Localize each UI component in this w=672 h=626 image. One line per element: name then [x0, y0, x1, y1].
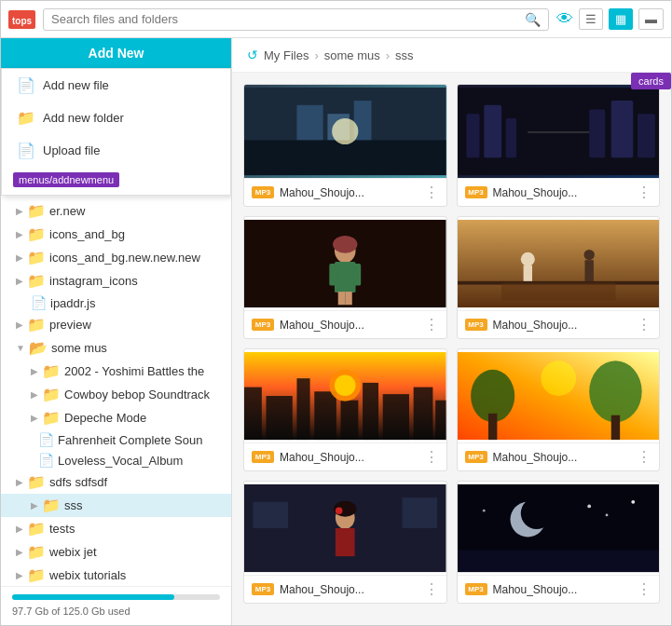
svg-rect-17: [329, 264, 336, 286]
svg-rect-52: [253, 502, 288, 528]
upload-file-item[interactable]: 📄 Upload file: [2, 134, 230, 167]
card-menu-4[interactable]: ⋮: [637, 316, 651, 333]
tree-item-er-new[interactable]: ▶ 📁 er.new: [1, 199, 231, 223]
svg-rect-24: [523, 265, 531, 283]
tree-item-sss[interactable]: ▶ 📁 sss: [1, 494, 231, 517]
card-menu-2[interactable]: ⋮: [637, 184, 651, 201]
svg-rect-36: [383, 394, 409, 440]
tree-item-preview[interactable]: ▶ 📁 preview: [1, 313, 231, 336]
tree-label: preview: [49, 318, 91, 332]
tree-item-tests[interactable]: ▶ 📁 tests: [1, 517, 231, 540]
add-new-folder-item[interactable]: 📁 Add new folder: [2, 102, 230, 134]
list-view-button[interactable]: ☰: [579, 8, 603, 30]
svg-rect-35: [363, 383, 378, 440]
card-thumbnail-8: [458, 482, 660, 575]
card-menu-3[interactable]: ⋮: [424, 316, 439, 333]
svg-rect-43: [487, 414, 496, 440]
upload-file-label: Upload file: [43, 143, 100, 157]
folder-icon: 📁: [42, 386, 61, 403]
breadcrumb-some-mus[interactable]: some mus: [324, 48, 380, 62]
card-thumbnail-3: [244, 217, 446, 310]
card-menu-5[interactable]: ⋮: [424, 448, 439, 466]
card-thumbnail-4: [458, 217, 660, 310]
other-view-button[interactable]: ▬: [638, 8, 664, 30]
eye-icon[interactable]: 👁: [556, 9, 573, 29]
thumb-svg-6: [458, 349, 660, 442]
toggle-icon: ▶: [16, 570, 23, 580]
tree-item-depeche-mode[interactable]: ▶ 📁 Depeche Mode: [1, 406, 231, 429]
search-input[interactable]: [51, 12, 525, 26]
card-footer-2: MP3 Mahou_Shoujo... ⋮: [458, 178, 660, 206]
tree-item-some-mus[interactable]: ▼ 📂 some mus: [1, 336, 231, 360]
add-new-button[interactable]: Add New: [1, 38, 231, 68]
card-menu-7[interactable]: ⋮: [424, 580, 439, 598]
file-icon: 📄: [31, 295, 47, 310]
svg-rect-32: [296, 378, 309, 440]
svg-rect-12: [637, 114, 654, 157]
svg-point-60: [482, 510, 485, 512]
breadcrumb-my-files[interactable]: My Files: [264, 48, 309, 62]
card-thumbnail-7: [244, 482, 446, 575]
toggle-icon: ▶: [16, 547, 23, 557]
storage-progress-bar: [12, 594, 220, 600]
cards-area: cards: [232, 73, 671, 625]
svg-rect-31: [267, 396, 293, 440]
card-menu-8[interactable]: ⋮: [637, 580, 651, 598]
tree-item-loveless[interactable]: 📄 Loveless_Vocal_Album: [1, 450, 231, 470]
svg-rect-53: [402, 497, 437, 528]
card-name-6: Mahou_Shoujo...: [493, 451, 632, 464]
thumb-svg-8: [458, 482, 660, 575]
tree-item-cowboy-bebop[interactable]: ▶ 📁 Cowboy bebop Soundtrack: [1, 383, 231, 406]
tree-item-webix-jet[interactable]: ▶ 📁 webix jet: [1, 540, 231, 564]
tree-item-2002-yoshimi[interactable]: ▶ 📁 2002 - Yoshimi Battles the: [1, 360, 231, 383]
toggle-icon: ▶: [16, 524, 23, 534]
card-menu-1[interactable]: ⋮: [424, 184, 439, 201]
tree-item-ipaddr[interactable]: 📄 ipaddr.js: [1, 293, 231, 313]
menu-badge: menus/addnewmenu: [13, 172, 119, 187]
card-file-type-7: MP3: [252, 583, 274, 595]
breadcrumb-sss[interactable]: sss: [395, 48, 414, 62]
folder-icon: 📁: [27, 202, 46, 220]
tree-item-icons-bg[interactable]: ▶ 📁 icons_and_bg: [1, 223, 231, 246]
tree-label: sdfs sdfsdf: [49, 475, 107, 489]
card-thumbnail-6: [458, 349, 660, 442]
grid-view-button[interactable]: ▦: [609, 8, 633, 30]
tree-label: webix jet: [49, 545, 97, 559]
svg-rect-4: [244, 140, 446, 175]
card-4: MP3 Mahou_Shoujo... ⋮: [457, 216, 661, 339]
tree-label: icons_and_bg.new.new.new: [49, 251, 200, 265]
tree-item-instagram[interactable]: ▶ 📁 instagram_icons: [1, 269, 231, 293]
tree-item-icons-bg-new[interactable]: ▶ 📁 icons_and_bg.new.new.new: [1, 246, 231, 269]
svg-rect-18: [354, 264, 362, 286]
folder-icon: 📁: [27, 520, 46, 538]
cards-badge: cards: [631, 73, 671, 89]
search-bar: 🔍: [43, 8, 549, 31]
toggle-icon: ▶: [31, 500, 38, 510]
tree-label: ipaddr.js: [50, 296, 95, 310]
add-new-file-item[interactable]: 📄 Add new file: [2, 69, 230, 102]
thumb-svg-5: [244, 349, 446, 442]
sidebar-content: Add New 📄 Add new file 📁 Add new folder …: [1, 38, 231, 586]
tree-item-fahrenheit[interactable]: 📄 Fahrenheit Complete Soun: [1, 429, 231, 450]
svg-rect-20: [345, 292, 352, 305]
tree-label: er.new: [49, 204, 85, 218]
card-name-2: Mahou_Shoujo...: [493, 186, 632, 199]
svg-rect-16: [335, 262, 356, 293]
add-new-file-label: Add new file: [43, 78, 109, 92]
refresh-icon[interactable]: ↺: [247, 48, 258, 62]
svg-rect-61: [458, 551, 660, 573]
tree-item-webix-tutorials[interactable]: ▶ 📁 webix tutorials: [1, 564, 231, 586]
card-menu-6[interactable]: ⋮: [637, 448, 651, 466]
logo-text: top: [12, 16, 27, 26]
file-tree: ▶ 📁 er.new ▶ 📁 icons_and_bg ▶ 📁 icons_an…: [1, 196, 231, 586]
tree-label: sss: [64, 498, 83, 512]
svg-rect-33: [314, 391, 336, 440]
thumb-svg-1: [244, 85, 446, 178]
card-name-1: Mahou_Shoujo...: [280, 186, 418, 199]
thumb-svg-2: [458, 85, 660, 178]
main-body: Add New 📄 Add new file 📁 Add new folder …: [1, 38, 671, 625]
folder-icon: 📁: [27, 249, 46, 266]
card-file-type-4: MP3: [465, 319, 487, 331]
tree-item-sdfs[interactable]: ▶ 📁 sdfs sdfsdf: [1, 470, 231, 494]
svg-rect-30: [244, 388, 262, 440]
